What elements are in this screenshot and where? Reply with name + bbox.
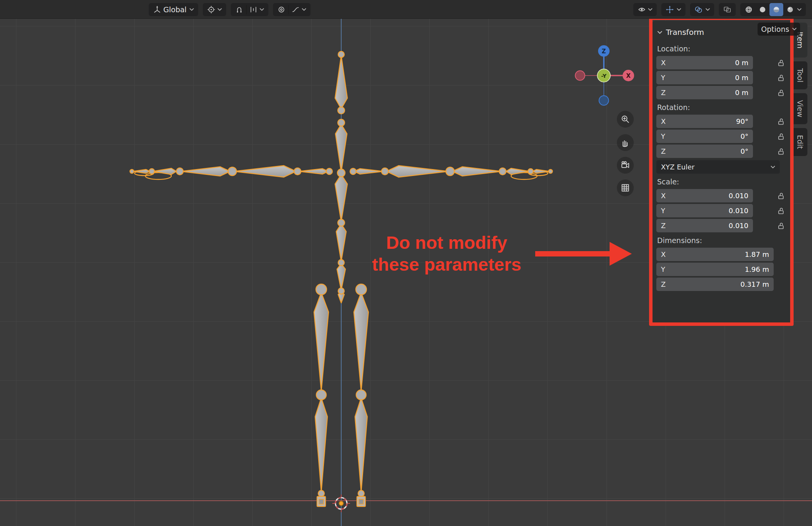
camera-view-button[interactable] — [617, 157, 634, 174]
annotation-arrow — [535, 251, 611, 256]
proportional-group — [273, 3, 311, 16]
navigation-gizmo[interactable]: Z X -Y — [571, 41, 640, 110]
transform-orientation-dropdown[interactable]: Global — [149, 3, 198, 16]
object-visibility-dropdown[interactable] — [633, 3, 657, 16]
rotation-z-field[interactable]: Z 0° — [656, 145, 753, 158]
unlock-icon — [777, 207, 785, 215]
show-gizmo-toggle[interactable] — [663, 3, 677, 16]
zoom-button[interactable] — [617, 111, 634, 128]
lock-scale-y-button[interactable] — [776, 207, 786, 215]
unlock-icon — [777, 133, 785, 140]
falloff-dropdown[interactable] — [289, 3, 309, 16]
lock-rotation-y-button[interactable] — [776, 133, 786, 140]
lock-scale-x-button[interactable] — [776, 192, 786, 200]
chevron-down-icon — [217, 8, 222, 11]
sidebar-tabstrip: Item Tool View Edit — [793, 23, 809, 156]
pivot-point-dropdown[interactable] — [203, 3, 226, 16]
unlock-icon — [777, 74, 785, 82]
scale-z-field[interactable]: Z 0.010 — [656, 219, 753, 232]
axis-z: Z — [661, 280, 666, 288]
viewport-header: Global — [0, 0, 812, 19]
rotation-mode-dropdown[interactable]: XYZ Euler — [656, 160, 780, 174]
axis-z: Z — [661, 89, 666, 97]
snap-toggle[interactable] — [232, 3, 246, 16]
scale-z-value: 0.010 — [728, 222, 748, 230]
shading-rendered-button[interactable] — [783, 3, 797, 16]
axis-y: Y — [661, 207, 665, 215]
axis-neg-z-ball[interactable] — [599, 96, 609, 105]
tab-tool[interactable]: Tool — [793, 61, 807, 89]
rotation-x-field[interactable]: X 90° — [656, 115, 753, 128]
lock-rotation-x-button[interactable] — [776, 118, 786, 125]
proportional-editing-toggle[interactable] — [275, 3, 288, 16]
axis-x-label: X — [626, 72, 631, 79]
show-overlays-toggle[interactable] — [692, 3, 705, 16]
dimensions-y-field[interactable]: Y 1.96 m — [656, 263, 774, 276]
dimensions-y-value: 1.96 m — [745, 265, 769, 273]
location-x-field[interactable]: X 0 m — [656, 56, 753, 69]
gizmo-icon — [666, 5, 674, 14]
dimensions-x-field[interactable]: X 1.87 m — [656, 248, 774, 261]
shading-solid-button[interactable] — [756, 3, 769, 16]
overlays-icon — [694, 5, 703, 14]
chevron-down-icon — [705, 8, 710, 11]
pan-button[interactable] — [617, 134, 634, 151]
unlock-icon — [777, 222, 785, 230]
dimensions-x-value: 1.87 m — [745, 250, 769, 258]
panel-title: Transform — [666, 28, 704, 37]
dimensions-z-field[interactable]: Z 0.317 m — [656, 278, 774, 291]
shading-wireframe-button[interactable] — [742, 3, 756, 16]
rendered-sphere-icon — [786, 5, 794, 14]
scale-y-field[interactable]: Y 0.010 — [656, 204, 753, 217]
chevron-down-icon — [797, 8, 802, 11]
rotation-mode-value: XYZ Euler — [661, 163, 695, 171]
location-z-field[interactable]: Z 0 m — [656, 86, 753, 99]
chevron-down-icon — [771, 166, 775, 169]
axis-neg-y-label: -Y — [601, 73, 607, 79]
axis-neg-x-ball[interactable] — [575, 71, 585, 81]
tab-edit[interactable]: Edit — [793, 128, 807, 156]
hand-icon — [620, 138, 630, 148]
magnet-icon — [235, 5, 243, 14]
scale-y-value: 0.010 — [728, 207, 748, 215]
lock-location-x-button[interactable] — [776, 59, 786, 67]
location-section-label: Location: — [657, 44, 787, 53]
rotation-x-value: 90° — [736, 117, 748, 125]
lock-scale-z-button[interactable] — [776, 222, 786, 230]
lock-location-z-button[interactable] — [776, 89, 786, 97]
zoom-icon — [620, 114, 630, 124]
unlock-icon — [777, 89, 785, 97]
snap-increment-icon — [249, 5, 258, 14]
shading-mode-group — [740, 3, 806, 16]
chevron-down-icon — [792, 28, 797, 31]
location-y-field[interactable]: Y 0 m — [656, 71, 753, 84]
dimensions-z-value: 0.317 m — [740, 280, 769, 288]
axis-x: X — [661, 250, 666, 258]
tab-view[interactable]: View — [793, 93, 807, 124]
chevron-down-icon — [189, 8, 194, 11]
lock-rotation-z-button[interactable] — [776, 148, 786, 155]
orientation-label: Global — [163, 5, 187, 14]
axis-x: X — [661, 59, 666, 67]
shading-dropdown[interactable] — [797, 3, 804, 16]
axis-z: Z — [661, 222, 666, 230]
snap-target-dropdown[interactable] — [247, 3, 267, 16]
gizmo-dropdown[interactable] — [677, 3, 684, 16]
wireframe-sphere-icon — [745, 5, 753, 14]
xray-toggle[interactable] — [719, 3, 736, 16]
pivot-point-icon — [207, 5, 215, 14]
scale-x-field[interactable]: X 0.010 — [656, 189, 753, 202]
axis-z-label: Z — [602, 48, 606, 55]
rotation-z-value: 0° — [741, 147, 748, 155]
3d-cursor[interactable] — [332, 495, 350, 512]
scale-x-value: 0.010 — [728, 192, 748, 200]
dimensions-section-label: Dimensions: — [657, 236, 787, 245]
overlays-dropdown[interactable] — [705, 3, 713, 16]
lock-location-y-button[interactable] — [776, 74, 786, 82]
location-y-value: 0 m — [735, 74, 748, 82]
ortho-grid-button[interactable] — [617, 179, 634, 196]
options-button[interactable]: Options — [758, 23, 800, 36]
rotation-y-field[interactable]: Y 0° — [656, 130, 753, 143]
grid-icon — [620, 183, 630, 193]
shading-material-button[interactable] — [769, 3, 783, 16]
